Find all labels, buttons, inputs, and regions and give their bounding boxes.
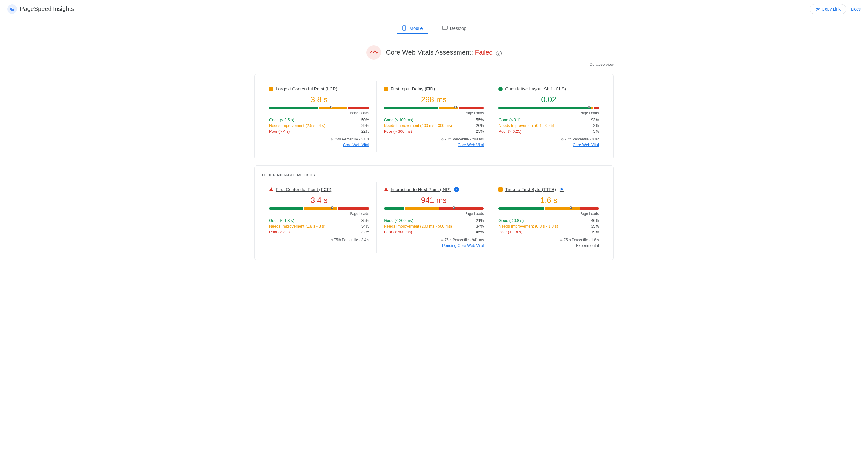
bar-red (439, 208, 484, 210)
percentile-label-ttfb: ⎋75th Percentile - 1.6 s (498, 238, 599, 242)
tab-desktop[interactable]: Desktop (437, 23, 471, 34)
metric-row: Needs Improvement (200 ms - 500 ms) 34% (384, 224, 484, 228)
metric-row-label: Needs Improvement (100 ms - 300 ms) (384, 123, 452, 128)
marker-dot (330, 106, 333, 108)
other-metrics-section: OTHER NOTABLE METRICS First Contentful P… (254, 165, 614, 260)
metric-title-fid[interactable]: First Input Delay (FID) (384, 86, 484, 91)
metric-row-pct: 50% (361, 118, 369, 122)
core-metrics-grid: Largest Contentful Paint (LCP) 3.8 s Pag… (262, 82, 606, 152)
metric-row-pct: 34% (476, 224, 484, 228)
core-web-vital-link[interactable]: Core Web Vital (498, 143, 599, 147)
percentile-label-fcp: ⎋75th Percentile - 3.4 s (269, 238, 369, 242)
progress-bar (498, 208, 599, 210)
metric-title-cls[interactable]: Cumulative Layout Shift (CLS) (498, 86, 599, 91)
marker-dot (453, 207, 455, 209)
svg-point-3 (404, 29, 404, 30)
info-icon[interactable]: i (454, 187, 459, 192)
page-loads-label: Page Loads (498, 212, 599, 216)
metric-row-pct: 93% (591, 118, 599, 122)
metric-row-label: Good (≤ 200 ms) (384, 218, 413, 223)
metric-row-pct: 55% (476, 118, 484, 122)
metric-rows-fid: Good (≤ 100 ms) 55% Needs Improvement (1… (384, 118, 484, 133)
pending-core-web-vital-link[interactable]: Pending Core Web Vital (384, 243, 484, 248)
bar-green (269, 208, 304, 210)
metric-row-pct: 34% (361, 224, 369, 228)
collapse-view[interactable]: Collapse view (590, 62, 614, 67)
progress-bar-container (498, 107, 599, 110)
metric-title-ttfb[interactable]: Time to First Byte (TTFB) ⚑ (498, 187, 599, 192)
assessment-title: Core Web Vitals Assessment: Failed ? (386, 49, 501, 56)
flag-icon: ⚑ (560, 187, 564, 192)
metric-row: Poor (> 500 ms) 45% (384, 230, 484, 234)
pagespeed-logo-icon (7, 4, 17, 14)
copy-link-button[interactable]: Copy Link (809, 4, 846, 14)
bar-green (498, 107, 591, 109)
page-loads-label: Page Loads (384, 212, 484, 216)
core-web-vital-link[interactable]: Core Web Vital (269, 143, 369, 147)
bar-red (594, 107, 599, 109)
core-metrics-section: Largest Contentful Paint (LCP) 3.8 s Pag… (254, 74, 614, 159)
metric-name-inp: Interaction to Next Paint (INP) (391, 187, 451, 192)
tab-mobile[interactable]: Mobile (397, 23, 427, 34)
bar-red (338, 208, 369, 210)
page-loads-label: Page Loads (269, 212, 369, 216)
metric-row: Good (≤ 2.5 s) 50% (269, 118, 369, 122)
metric-value-fcp: 3.4 s (269, 196, 369, 205)
metric-row-pct: 35% (591, 224, 599, 228)
docs-link[interactable]: Docs (851, 7, 861, 11)
other-metrics-grid: First Contentful Paint (FCP) 3.4 s Page … (262, 182, 606, 253)
bar-orange (318, 107, 347, 109)
indicator-red-triangle (384, 187, 388, 191)
metric-name-lcp: Largest Contentful Paint (LCP) (276, 86, 337, 91)
metric-row-label: Needs Improvement (0.1 - 0.25) (498, 123, 554, 128)
bar-green (498, 208, 544, 210)
metric-row-pct: 19% (591, 230, 599, 234)
metric-row-label: Needs Improvement (2.5 s - 4 s) (269, 123, 325, 128)
app-name: PageSpeed Insights (20, 5, 74, 12)
help-icon[interactable]: ? (496, 51, 501, 56)
metric-row: Needs Improvement (0.8 s - 1.8 s) 35% (498, 224, 599, 228)
progress-bar-container (269, 208, 369, 210)
core-web-vital-link[interactable]: Core Web Vital (384, 143, 484, 147)
percentile-label-lcp: ⎋75th Percentile - 3.8 s (269, 137, 369, 141)
metric-row-label: Poor (> 1.8 s) (498, 230, 522, 234)
progress-marker (587, 106, 590, 110)
metric-value-inp: 941 ms (384, 196, 484, 205)
metric-value-ttfb: 1.6 s (498, 196, 599, 205)
metric-rows-cls: Good (≤ 0.1) 93% Needs Improvement (0.1 … (498, 118, 599, 133)
metric-name-cls: Cumulative Layout Shift (CLS) (505, 86, 566, 91)
metric-card-ttfb: Time to First Byte (TTFB) ⚑ 1.6 s Page L… (491, 182, 606, 253)
progress-marker (569, 207, 572, 211)
bar-green (384, 208, 405, 210)
metric-row: Poor (> 1.8 s) 19% (498, 230, 599, 234)
metric-row: Poor (> 300 ms) 25% (384, 129, 484, 133)
metric-row-pct: 25% (476, 129, 484, 133)
metric-rows-inp: Good (≤ 200 ms) 21% Needs Improvement (2… (384, 218, 484, 234)
metric-row: Good (≤ 100 ms) 55% (384, 118, 484, 122)
metric-row-label: Poor (> 3 s) (269, 230, 290, 234)
metric-title-fcp[interactable]: First Contentful Paint (FCP) (269, 187, 369, 192)
metric-row-label: Needs Improvement (1.8 s - 3 s) (269, 224, 325, 228)
metric-row: Poor (> 4 s) 22% (269, 129, 369, 133)
metric-row: Needs Improvement (0.1 - 0.25) 2% (498, 123, 599, 128)
tabs-container: Mobile Desktop (0, 18, 868, 39)
metric-row-label: Poor (> 4 s) (269, 129, 290, 133)
progress-marker (331, 207, 334, 211)
percentile-label-cls: ⎋75th Percentile - 0.02 (498, 137, 599, 141)
indicator-orange (384, 87, 388, 91)
bar-green (384, 107, 438, 109)
metric-row: Poor (> 0.25) 5% (498, 129, 599, 133)
bar-red (459, 107, 484, 109)
metric-rows-lcp: Good (≤ 2.5 s) 50% Needs Improvement (2.… (269, 118, 369, 133)
metric-title-inp[interactable]: Interaction to Next Paint (INP) i (384, 187, 484, 192)
metric-row-pct: 35% (361, 218, 369, 223)
progress-marker (454, 106, 457, 110)
metric-title-lcp[interactable]: Largest Contentful Paint (LCP) (269, 86, 369, 91)
percentile-label-fid: ⎋75th Percentile - 298 ms (384, 137, 484, 141)
progress-bar-container (384, 208, 484, 210)
metric-value-fid: 298 ms (384, 95, 484, 104)
link-icon (815, 7, 820, 11)
failed-chart-icon (370, 50, 378, 55)
metric-row-label: Needs Improvement (200 ms - 500 ms) (384, 224, 452, 228)
metric-card-inp: Interaction to Next Paint (INP) i 941 ms… (377, 182, 492, 253)
